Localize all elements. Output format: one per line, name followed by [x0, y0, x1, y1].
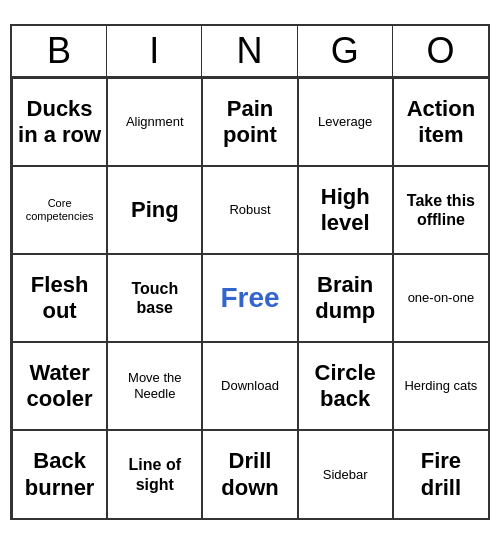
cell-text: Sidebar	[323, 467, 368, 483]
bingo-cell: Alignment	[107, 78, 202, 166]
bingo-cell: Touch base	[107, 254, 202, 342]
header-letter: N	[202, 26, 297, 76]
cell-text: Water cooler	[17, 360, 102, 413]
bingo-cell: Robust	[202, 166, 297, 254]
bingo-grid: Ducks in a rowAlignmentPain pointLeverag…	[12, 78, 488, 518]
cell-text: Circle back	[303, 360, 388, 413]
bingo-cell: Move the Needle	[107, 342, 202, 430]
header-letter: O	[393, 26, 488, 76]
cell-text: Alignment	[126, 114, 184, 130]
bingo-cell: Ping	[107, 166, 202, 254]
cell-text: Touch base	[112, 279, 197, 317]
cell-text: Leverage	[318, 114, 372, 130]
bingo-cell: Take this offline	[393, 166, 488, 254]
cell-text: Core competencies	[17, 197, 102, 223]
cell-text: Action item	[398, 96, 484, 149]
cell-text: Take this offline	[398, 191, 484, 229]
cell-text: Ping	[131, 197, 179, 223]
cell-text: Flesh out	[17, 272, 102, 325]
cell-text: Free	[220, 281, 279, 315]
bingo-cell: Herding cats	[393, 342, 488, 430]
bingo-cell: Ducks in a row	[12, 78, 107, 166]
bingo-cell: Pain point	[202, 78, 297, 166]
bingo-cell: Sidebar	[298, 430, 393, 518]
bingo-cell: Fire drill	[393, 430, 488, 518]
bingo-header: BINGO	[12, 26, 488, 78]
header-letter: G	[298, 26, 393, 76]
cell-text: Back burner	[17, 448, 102, 501]
bingo-cell: High level	[298, 166, 393, 254]
cell-text: Ducks in a row	[17, 96, 102, 149]
bingo-cell: Flesh out	[12, 254, 107, 342]
bingo-cell: Action item	[393, 78, 488, 166]
bingo-cell: Line of sight	[107, 430, 202, 518]
cell-text: Move the Needle	[112, 370, 197, 401]
cell-text: Drill down	[207, 448, 292, 501]
bingo-cell: Back burner	[12, 430, 107, 518]
bingo-cell: Circle back	[298, 342, 393, 430]
bingo-cell: Free	[202, 254, 297, 342]
bingo-cell: Core competencies	[12, 166, 107, 254]
bingo-card: BINGO Ducks in a rowAlignmentPain pointL…	[10, 24, 490, 520]
cell-text: Pain point	[207, 96, 292, 149]
cell-text: Download	[221, 378, 279, 394]
header-letter: B	[12, 26, 107, 76]
cell-text: Fire drill	[398, 448, 484, 501]
bingo-cell: one-on-one	[393, 254, 488, 342]
bingo-cell: Brain dump	[298, 254, 393, 342]
bingo-cell: Leverage	[298, 78, 393, 166]
bingo-cell: Download	[202, 342, 297, 430]
bingo-cell: Drill down	[202, 430, 297, 518]
cell-text: Robust	[229, 202, 270, 218]
bingo-cell: Water cooler	[12, 342, 107, 430]
cell-text: Line of sight	[112, 455, 197, 493]
header-letter: I	[107, 26, 202, 76]
cell-text: High level	[303, 184, 388, 237]
cell-text: Brain dump	[303, 272, 388, 325]
cell-text: one-on-one	[408, 290, 475, 306]
cell-text: Herding cats	[404, 378, 477, 394]
